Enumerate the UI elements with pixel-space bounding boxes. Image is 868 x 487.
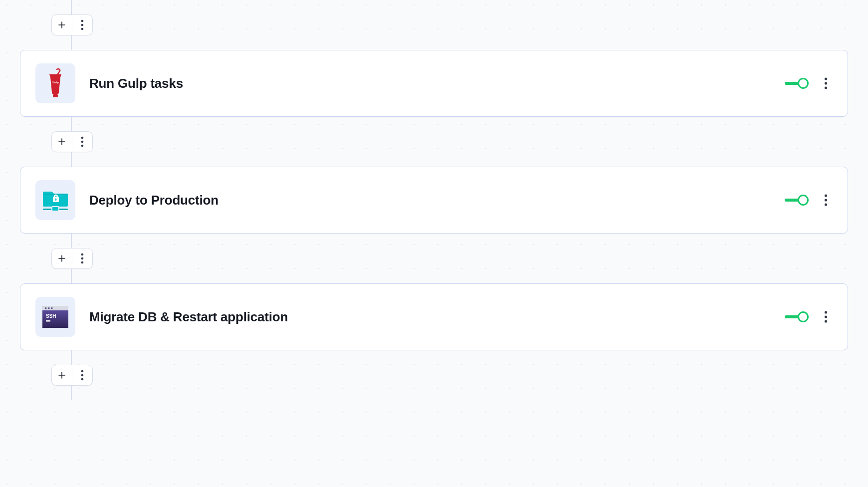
- svg-point-2: [81, 28, 84, 30]
- svg-point-27: [48, 307, 49, 309]
- connector-menu-button[interactable]: [72, 365, 92, 385]
- plus-icon: [57, 371, 66, 380]
- deploy-icon: [41, 186, 70, 215]
- ssh-label: SSH: [46, 313, 56, 319]
- step-actions: [785, 307, 833, 327]
- add-step-button[interactable]: [52, 132, 72, 152]
- svg-point-22: [81, 261, 84, 264]
- more-vertical-icon: [824, 77, 828, 90]
- svg-point-10: [81, 145, 84, 147]
- pipeline-canvas: Gulp Run Gulp tasks: [0, 0, 868, 400]
- step-icon-box: SSH: [35, 297, 75, 337]
- svg-point-1: [81, 24, 84, 26]
- svg-point-7: [824, 86, 827, 89]
- svg-rect-15: [52, 207, 59, 211]
- step-title: Run Gulp tasks: [89, 76, 785, 91]
- svg-point-32: [824, 315, 827, 318]
- svg-point-34: [81, 370, 84, 373]
- step-actions: [785, 73, 833, 93]
- ssh-icon: SSH: [41, 304, 70, 329]
- pipeline-step-card[interactable]: Deploy to Production: [20, 167, 848, 234]
- add-step-button[interactable]: [52, 365, 72, 385]
- more-vertical-icon: [81, 370, 84, 381]
- connector-segment: [51, 350, 91, 400]
- more-vertical-icon: [81, 253, 84, 264]
- svg-point-31: [824, 311, 827, 313]
- svg-point-26: [45, 307, 46, 309]
- svg-point-35: [81, 374, 84, 377]
- pipeline-step-card[interactable]: SSH Migrate DB & Restart application: [20, 283, 848, 350]
- more-vertical-icon: [81, 136, 84, 147]
- svg-point-8: [81, 137, 84, 139]
- svg-point-18: [824, 199, 827, 201]
- svg-point-9: [81, 141, 84, 143]
- more-vertical-icon: [824, 310, 828, 323]
- svg-point-21: [81, 257, 84, 260]
- connector-menu-button[interactable]: [72, 15, 92, 35]
- connector-controls: [51, 14, 93, 35]
- svg-point-17: [824, 194, 827, 197]
- more-vertical-icon: [824, 194, 828, 207]
- step-enabled-toggle[interactable]: [785, 78, 809, 89]
- toggle-knob: [798, 78, 809, 89]
- step-menu-button[interactable]: [819, 73, 833, 93]
- svg-rect-4: [53, 94, 58, 97]
- svg-point-5: [824, 77, 827, 80]
- step-icon-box: Gulp: [35, 63, 75, 103]
- connector-segment: [51, 234, 91, 283]
- svg-rect-13: [55, 199, 56, 201]
- plus-icon: [57, 20, 66, 29]
- step-title: Migrate DB & Restart application: [89, 309, 785, 325]
- step-enabled-toggle[interactable]: [785, 311, 809, 322]
- svg-text:Gulp: Gulp: [52, 80, 59, 84]
- step-title: Deploy to Production: [89, 193, 785, 208]
- svg-point-6: [824, 82, 827, 84]
- add-step-button[interactable]: [52, 248, 72, 268]
- step-actions: [785, 190, 833, 210]
- svg-point-28: [51, 307, 52, 309]
- connector-menu-button[interactable]: [72, 248, 92, 268]
- svg-point-20: [81, 253, 84, 256]
- step-enabled-toggle[interactable]: [785, 195, 809, 206]
- add-step-button[interactable]: [52, 15, 72, 35]
- connector-controls: [51, 365, 93, 386]
- connector-segment: [51, 117, 91, 167]
- svg-rect-30: [46, 320, 50, 322]
- toggle-knob: [798, 195, 809, 206]
- connector-menu-button[interactable]: [72, 132, 92, 152]
- gulp-icon: Gulp: [45, 68, 65, 98]
- connector-segment: [51, 0, 91, 50]
- step-menu-button[interactable]: [819, 190, 833, 210]
- svg-point-33: [824, 320, 827, 322]
- connector-controls: [51, 248, 93, 269]
- step-icon-box: [35, 180, 75, 220]
- svg-point-36: [81, 378, 84, 381]
- plus-icon: [57, 254, 66, 263]
- toggle-knob: [798, 311, 809, 322]
- connector-controls: [51, 131, 93, 152]
- step-menu-button[interactable]: [819, 307, 833, 327]
- more-vertical-icon: [81, 19, 84, 30]
- pipeline-step-card[interactable]: Gulp Run Gulp tasks: [20, 50, 848, 117]
- svg-point-0: [81, 20, 84, 22]
- plus-icon: [57, 137, 66, 146]
- svg-point-19: [824, 203, 827, 206]
